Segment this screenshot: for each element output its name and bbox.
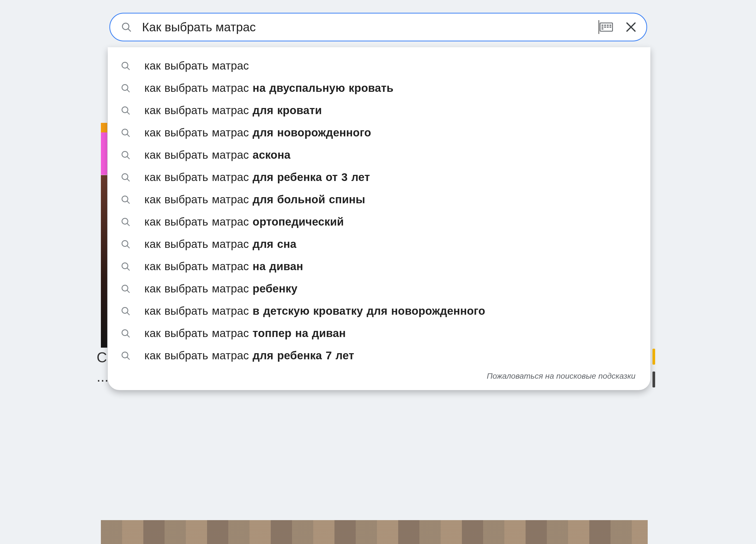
search-input[interactable]	[141, 20, 600, 35]
search-icon	[121, 217, 131, 227]
search-icon	[121, 350, 131, 361]
suggestion-text: как выбрать матрас ортопедический	[144, 216, 344, 228]
search-icon	[121, 61, 131, 71]
background-fragment	[101, 123, 107, 132]
svg-line-19	[127, 224, 129, 226]
svg-line-21	[127, 246, 129, 248]
suggestion-text: как выбрать матрас для сна	[144, 238, 297, 251]
suggestion-item[interactable]: как выбрать матрас на двуспальную кроват…	[108, 77, 650, 99]
svg-line-29	[127, 335, 129, 337]
suggestion-text: как выбрать матрас для больной спины	[144, 193, 365, 206]
suggestion-text: как выбрать матрас на двуспальную кроват…	[144, 82, 393, 95]
suggestion-item[interactable]: как выбрать матрас для сна	[108, 233, 650, 255]
suggestion-item[interactable]: как выбрать матрас на диван	[108, 255, 650, 277]
search-bar	[109, 13, 647, 41]
suggestion-text: как выбрать матрас для новорожденного	[144, 126, 371, 139]
suggestion-text: как выбрать матрас для ребенка от 3 лет	[144, 171, 370, 184]
search-icon	[121, 83, 131, 93]
suggestion-item[interactable]: как выбрать матрас в детскую кроватку дл…	[108, 300, 650, 322]
suggestion-item[interactable]: как выбрать матрас для ребенка 7 лет	[108, 344, 650, 367]
search-icon	[121, 172, 131, 182]
background-fragment	[101, 175, 107, 348]
background-fragment	[101, 520, 648, 544]
search-icon	[121, 22, 132, 33]
suggestion-text: как выбрать матрас для кровати	[144, 104, 322, 117]
suggestions-dropdown: как выбрать матраскак выбрать матрас на …	[108, 47, 650, 390]
background-fragment: С ...	[97, 348, 109, 386]
suggestion-text: как выбрать матрас	[144, 59, 249, 72]
text-caret	[599, 20, 599, 34]
suggestion-item[interactable]: как выбрать матрас для больной спины	[108, 189, 650, 211]
background-fragment	[652, 371, 655, 387]
svg-line-15	[127, 179, 129, 181]
suggestion-text: как выбрать матрас для ребенка 7 лет	[144, 349, 354, 362]
suggestion-text: как выбрать матрас аскона	[144, 149, 290, 161]
search-icon	[121, 328, 131, 338]
background-fragment	[101, 132, 107, 175]
search-icon	[121, 195, 131, 205]
report-suggestions-link[interactable]: Пожаловаться на поисковые подсказки	[108, 367, 650, 383]
search-icon	[121, 284, 131, 294]
search-icon	[121, 150, 131, 160]
svg-line-13	[127, 157, 129, 159]
background-fragment	[652, 349, 655, 365]
svg-line-27	[127, 312, 129, 315]
search-icon	[121, 306, 131, 316]
svg-line-25	[127, 290, 129, 292]
svg-line-17	[127, 201, 129, 203]
suggestion-text: как выбрать матрас в детскую кроватку дл…	[144, 304, 485, 317]
svg-line-31	[127, 357, 129, 359]
search-icon	[121, 128, 131, 138]
clear-search-button[interactable]	[624, 20, 638, 35]
suggestion-item[interactable]: как выбрать матрас ортопедический	[108, 211, 650, 233]
svg-line-9	[127, 112, 129, 114]
suggestion-item[interactable]: как выбрать матрас для кровати	[108, 99, 650, 122]
svg-line-1	[128, 29, 131, 31]
keyboard-icon[interactable]	[600, 23, 613, 32]
search-icon	[121, 262, 131, 272]
search-icon	[121, 105, 131, 116]
suggestion-item[interactable]: как выбрать матрас для новорожденного	[108, 122, 650, 144]
suggestion-item[interactable]: как выбрать матрас ребенку	[108, 277, 650, 300]
svg-line-7	[127, 90, 129, 92]
suggestion-item[interactable]: как выбрать матрас	[108, 55, 650, 77]
suggestion-text: как выбрать матрас на диван	[144, 260, 303, 273]
search-icon	[121, 239, 131, 249]
suggestion-text: как выбрать матрас топпер на диван	[144, 327, 346, 340]
suggestion-item[interactable]: как выбрать матрас топпер на диван	[108, 322, 650, 344]
svg-line-11	[127, 134, 129, 136]
suggestion-text: как выбрать матрас ребенку	[144, 282, 298, 295]
svg-line-5	[127, 67, 129, 70]
svg-line-23	[127, 268, 129, 270]
suggestion-item[interactable]: как выбрать матрас аскона	[108, 144, 650, 166]
suggestion-item[interactable]: как выбрать матрас для ребенка от 3 лет	[108, 166, 650, 189]
